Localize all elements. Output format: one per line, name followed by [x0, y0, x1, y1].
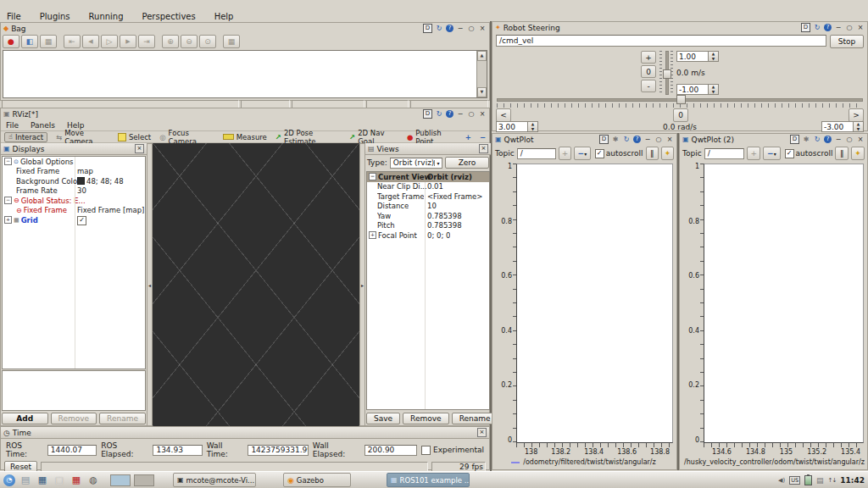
angular-velocity-slider[interactable]: [495, 95, 865, 103]
dock-icon[interactable]: D: [801, 23, 810, 32]
close-icon[interactable]: ×: [665, 136, 674, 144]
left-collapse-handle[interactable]: ◂: [147, 143, 153, 426]
autoscroll-checkbox[interactable]: ✓: [595, 149, 604, 158]
close-icon[interactable]: ×: [477, 428, 487, 437]
maximize-icon[interactable]: ○: [845, 24, 854, 32]
dock-icon[interactable]: D: [423, 109, 432, 119]
plot-canvas[interactable]: [516, 164, 673, 443]
gear-icon[interactable]: ✱: [611, 136, 620, 144]
maximize-icon[interactable]: ○: [467, 25, 476, 33]
slider-handle[interactable]: [663, 69, 671, 79]
network-icon[interactable]: ↑↓: [828, 477, 837, 484]
step-forward-button[interactable]: ▶: [120, 35, 136, 48]
workspace-1[interactable]: [110, 474, 131, 486]
battery-icon[interactable]: [804, 475, 812, 485]
window-icon[interactable]: ▢: [53, 474, 66, 486]
topic-input[interactable]: /: [517, 148, 556, 159]
menu-item[interactable]: Help: [213, 11, 236, 22]
angular-left-button[interactable]: <: [496, 108, 511, 122]
skip-forward-button[interactable]: ⇥: [138, 35, 155, 48]
close-icon[interactable]: ×: [479, 144, 488, 153]
wall-time-field[interactable]: 1423759331.99: [248, 445, 308, 456]
screenshot-tool-icon[interactable]: ▦: [70, 474, 83, 486]
tree-row[interactable]: Yaw 0.785398: [367, 211, 489, 221]
help-icon[interactable]: ?: [824, 136, 832, 143]
tool-select[interactable]: Select: [118, 133, 151, 141]
angular-zero-button[interactable]: 0: [673, 108, 688, 122]
remove-display-button[interactable]: Remove: [51, 413, 97, 424]
minimize-icon[interactable]: −: [834, 24, 843, 32]
view-type-select[interactable]: Orbit (rviz) ▾: [390, 158, 442, 169]
clipboard-icon[interactable]: ▤: [816, 476, 824, 485]
tree-row[interactable]: Background Color 48; 48; 48: [3, 176, 145, 186]
volume-icon[interactable]: ◀): [778, 477, 785, 484]
clear-button[interactable]: ✦: [851, 147, 865, 160]
linear-zero-button[interactable]: 0: [641, 65, 656, 78]
zoom-reset-button[interactable]: ⊙: [199, 35, 216, 48]
angular-right-spinbox[interactable]: -3.00 ▲▼: [821, 121, 864, 132]
tree-row-error[interactable]: ⊖ Fixed Frame Fixed Frame [map] do...: [3, 206, 145, 216]
minimize-icon[interactable]: −: [643, 136, 652, 144]
step-backward-button[interactable]: ◀: [82, 35, 99, 48]
zoom-out-button[interactable]: ⊖: [181, 35, 198, 48]
minimize-icon[interactable]: −: [456, 25, 465, 33]
add-topic-button[interactable]: +: [747, 147, 760, 160]
scroll-up-icon[interactable]: ▲: [477, 51, 487, 61]
reload-icon[interactable]: ↻: [622, 136, 631, 144]
desktop-pager-icon[interactable]: ▦: [36, 474, 49, 486]
menu-item[interactable]: File: [5, 11, 23, 22]
add-topic-button[interactable]: +: [559, 147, 571, 160]
keyboard-layout-indicator[interactable]: US: [789, 476, 800, 485]
current-view-header[interactable]: − Current View Orbit (rviz): [367, 172, 489, 182]
rviz-menu-item[interactable]: File: [6, 121, 19, 130]
thumbnails-button[interactable]: ▦: [223, 35, 240, 48]
workspace-2[interactable]: [134, 474, 154, 486]
remove-view-button[interactable]: Remove: [403, 413, 449, 424]
experimental-checkbox[interactable]: [421, 446, 431, 455]
grid-enabled-checkbox[interactable]: ✓: [77, 216, 86, 225]
ros-time-field[interactable]: 1440.07: [47, 445, 97, 456]
tree-row[interactable]: Frame Rate 30: [3, 186, 145, 197]
expander-icon[interactable]: +: [369, 231, 376, 239]
stop-button[interactable]: Stop: [830, 35, 864, 48]
topic-input[interactable]: /: [704, 148, 745, 159]
rviz-menu-item[interactable]: Panels: [31, 121, 55, 130]
slider-handle[interactable]: [676, 95, 686, 104]
reload-icon[interactable]: ↻: [813, 24, 821, 32]
remove-topic-button[interactable]: −▾: [574, 147, 591, 160]
pause-button[interactable]: ‖: [835, 147, 849, 160]
bag-scrollbar[interactable]: ▲ ▼: [476, 51, 487, 97]
linear-max-spinbox[interactable]: 1.00 ▲▼: [676, 51, 719, 62]
dock-icon[interactable]: D: [599, 135, 609, 144]
expander-icon[interactable]: −: [4, 158, 12, 165]
plot-canvas[interactable]: [704, 164, 864, 443]
wall-elapsed-field[interactable]: 200.90: [364, 445, 417, 456]
tree-row[interactable]: Distance 10: [367, 202, 489, 212]
menu-item[interactable]: Perspectives: [141, 11, 198, 22]
reload-icon[interactable]: ↻: [435, 25, 443, 33]
close-icon[interactable]: ×: [135, 144, 144, 153]
linear-plus-button[interactable]: +: [641, 51, 656, 64]
save-view-button[interactable]: Save: [366, 413, 400, 424]
maximize-icon[interactable]: ○: [467, 110, 476, 119]
remove-tool-button[interactable]: −: [480, 133, 486, 141]
expander-icon[interactable]: −: [4, 197, 12, 204]
maximize-icon[interactable]: ○: [654, 136, 663, 144]
help-icon[interactable]: ?: [446, 110, 453, 118]
zoom-in-button[interactable]: ⊕: [162, 35, 179, 48]
close-icon[interactable]: ×: [856, 24, 865, 32]
file-manager-icon[interactable]: ▤: [19, 474, 32, 486]
gear-icon[interactable]: ✱: [802, 136, 810, 144]
expander-icon[interactable]: +: [4, 216, 12, 224]
minimize-icon[interactable]: −: [834, 136, 843, 144]
bag-timeline-canvas[interactable]: ▲ ▼: [3, 50, 487, 98]
pause-button[interactable]: ‖: [646, 147, 659, 160]
tree-row[interactable]: Pitch 0.785398: [367, 221, 489, 231]
ros-elapsed-field[interactable]: 134.93: [153, 445, 202, 456]
zero-button[interactable]: Zero: [445, 157, 489, 169]
start-menu-button[interactable]: ◔: [3, 474, 15, 486]
expander-icon[interactable]: −: [369, 173, 376, 180]
tool-measure[interactable]: Measure: [223, 133, 267, 141]
tree-row[interactable]: − ⊙ Global Options: [3, 157, 145, 167]
linear-min-spinbox[interactable]: -1.00 ▲▼: [676, 84, 719, 95]
